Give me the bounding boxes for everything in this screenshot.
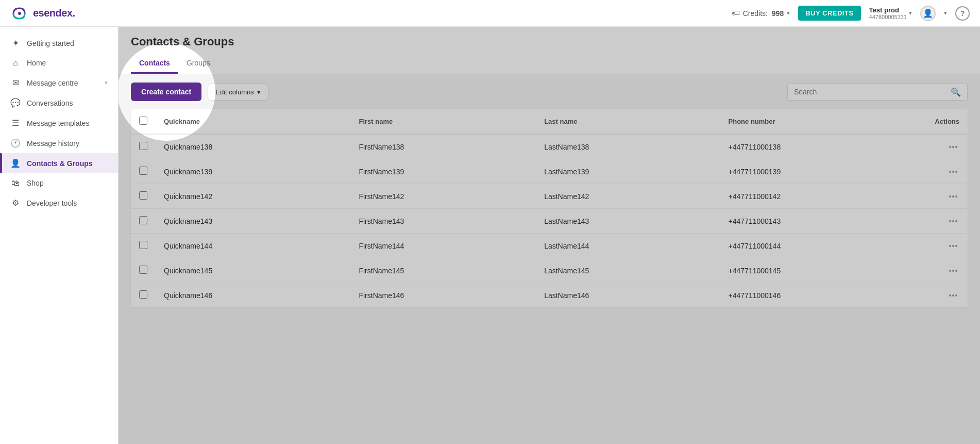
dot-icon	[955, 171, 957, 173]
logo-text: esendex.	[33, 7, 75, 19]
row-actions-cell	[926, 234, 968, 258]
tab-bar: Contacts Groups	[131, 55, 968, 74]
row-actions-menu-button[interactable]	[935, 144, 959, 150]
row-first-name: FirstName138	[350, 134, 536, 159]
dot-icon	[952, 195, 954, 198]
col-header-first-name: First name	[350, 109, 536, 134]
row-last-name: LastName142	[536, 184, 720, 209]
row-quickname: Quickname145	[156, 258, 350, 283]
credits-chevron-icon: ▾	[787, 10, 790, 17]
sidebar-item-home[interactable]: ⌂ Home	[0, 53, 118, 73]
logo-area: esendex.	[10, 4, 75, 23]
dot-icon	[955, 220, 957, 222]
contacts-table: Quickname First name Last name Phone num…	[131, 109, 968, 307]
row-quickname: Quickname146	[156, 283, 350, 308]
dot-icon	[952, 220, 954, 222]
table-row: Quickname143 FirstName143 LastName143 +4…	[131, 209, 968, 234]
account-number: 447800005331	[869, 14, 907, 20]
row-last-name: LastName143	[536, 209, 720, 234]
search-icon[interactable]: 🔍	[951, 87, 961, 97]
create-contact-button[interactable]: Create contact	[131, 83, 201, 101]
row-actions-menu-button[interactable]	[935, 292, 959, 299]
buy-credits-button[interactable]: BUY CREDITS	[798, 6, 860, 21]
table-row: Quickname145 FirstName145 LastName145 +4…	[131, 258, 968, 283]
select-all-checkbox[interactable]	[139, 117, 147, 125]
message-centre-chevron-icon: ▾	[105, 79, 108, 86]
account-area[interactable]: Test prod 447800005331 ▾	[869, 6, 912, 20]
dot-icon	[949, 220, 951, 222]
dot-icon	[949, 195, 951, 198]
row-checkbox-cell	[131, 159, 156, 184]
tab-contacts[interactable]: Contacts	[131, 55, 178, 74]
sidebar-label-message-templates: Message templates	[27, 119, 108, 127]
page-title: Contacts & Groups	[131, 35, 968, 48]
sidebar-label-home: Home	[27, 59, 108, 67]
row-first-name: FirstName146	[350, 283, 536, 308]
table-container: Quickname First name Last name Phone num…	[119, 109, 980, 444]
edit-columns-button[interactable]: Edit columns ▾	[208, 84, 268, 101]
credits-text: Credits:	[743, 9, 768, 18]
sidebar-label-message-centre: Message centre	[27, 79, 98, 87]
sidebar-item-contacts-groups[interactable]: 👤 Contacts & Groups	[0, 153, 118, 173]
row-checkbox[interactable]	[139, 191, 147, 200]
row-checkbox[interactable]	[139, 142, 147, 150]
table-row: Quickname146 FirstName146 LastName146 +4…	[131, 283, 968, 308]
dot-icon	[952, 245, 954, 247]
app-header: esendex. 🏷 Credits: 998 ▾ BUY CREDITS Te…	[0, 0, 980, 27]
row-actions-menu-button[interactable]	[935, 268, 959, 274]
col-header-phone-number: Phone number	[720, 109, 927, 134]
row-actions-cell	[926, 283, 968, 308]
table-header: Quickname First name Last name Phone num…	[131, 109, 968, 134]
credits-icon: 🏷	[732, 9, 740, 18]
credits-value: 998	[772, 9, 784, 18]
conversations-icon: 💬	[10, 98, 21, 108]
tab-groups[interactable]: Groups	[178, 55, 218, 74]
row-actions-cell	[926, 209, 968, 234]
sidebar-item-message-history[interactable]: 🕐 Message history	[0, 133, 118, 153]
row-checkbox-cell	[131, 184, 156, 209]
row-actions-menu-button[interactable]	[935, 243, 959, 249]
credits-area[interactable]: 🏷 Credits: 998 ▾	[732, 9, 790, 18]
row-checkbox[interactable]	[139, 167, 147, 175]
row-checkbox[interactable]	[139, 290, 147, 299]
row-actions-cell	[926, 134, 968, 159]
row-checkbox[interactable]	[139, 266, 147, 274]
avatar[interactable]: 👤	[920, 6, 936, 21]
sidebar-item-getting-started[interactable]: ✦ Getting started	[0, 33, 118, 53]
sidebar-label-developer-tools: Developer tools	[27, 199, 108, 207]
sidebar-item-shop[interactable]: 🛍 Shop	[0, 173, 118, 193]
row-checkbox-cell	[131, 283, 156, 308]
message-history-icon: 🕐	[10, 138, 21, 148]
row-checkbox-cell	[131, 209, 156, 234]
dot-icon	[955, 294, 957, 297]
sidebar-item-message-centre[interactable]: ✉ Message centre ▾	[0, 73, 118, 93]
dot-icon	[952, 146, 954, 148]
edit-columns-label: Edit columns	[215, 88, 254, 96]
table-header-row: Quickname First name Last name Phone num…	[131, 109, 968, 134]
row-quickname: Quickname142	[156, 184, 350, 209]
help-button[interactable]: ?	[955, 6, 970, 21]
search-input[interactable]	[794, 88, 947, 96]
row-phone: +447711000138	[720, 134, 927, 159]
sidebar-item-conversations[interactable]: 💬 Conversations	[0, 93, 118, 113]
table-row: Quickname139 FirstName139 LastName139 +4…	[131, 159, 968, 184]
row-phone: +447711000146	[720, 283, 927, 308]
row-actions-menu-button[interactable]	[935, 193, 959, 200]
row-actions-cell	[926, 184, 968, 209]
row-quickname: Quickname138	[156, 134, 350, 159]
row-last-name: LastName138	[536, 134, 720, 159]
row-actions-menu-button[interactable]	[935, 218, 959, 224]
row-actions-cell	[926, 159, 968, 184]
row-actions-menu-button[interactable]	[935, 169, 959, 175]
developer-tools-icon: ⚙	[10, 198, 21, 208]
row-checkbox[interactable]	[139, 241, 147, 249]
row-checkbox[interactable]	[139, 216, 147, 224]
edit-columns-chevron-icon: ▾	[257, 88, 261, 96]
row-actions-cell	[926, 258, 968, 283]
sidebar-item-message-templates[interactable]: ☰ Message templates	[0, 113, 118, 133]
getting-started-icon: ✦	[10, 38, 21, 48]
dot-icon	[949, 171, 951, 173]
sidebar-item-developer-tools[interactable]: ⚙ Developer tools	[0, 193, 118, 213]
main-layout: ✦ Getting started ⌂ Home ✉ Message centr…	[0, 27, 980, 444]
row-checkbox-cell	[131, 134, 156, 159]
